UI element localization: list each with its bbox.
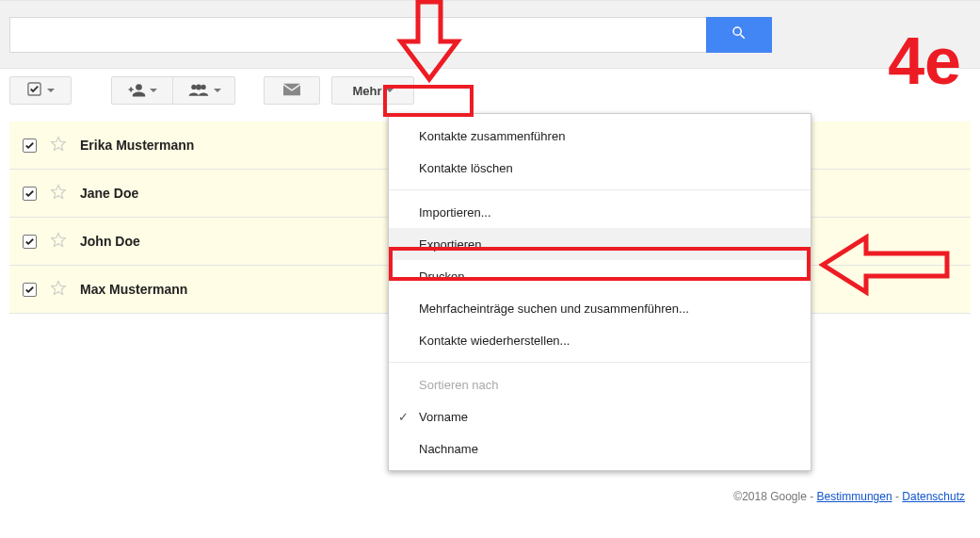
toolbar: Mehr	[0, 69, 980, 112]
menu-import[interactable]: Importieren...	[389, 196, 811, 228]
svg-point-1	[136, 84, 142, 90]
svg-point-2	[191, 84, 196, 89]
annotation-label-4e: 4e	[888, 24, 961, 99]
menu-delete-contacts[interactable]: Kontakte löschen	[389, 152, 811, 184]
menu-divider	[389, 362, 811, 363]
star-icon[interactable]	[50, 232, 67, 252]
menu-divider	[389, 189, 811, 190]
star-icon[interactable]	[50, 184, 67, 204]
menu-restore-contacts[interactable]: Kontakte wiederherstellen...	[389, 324, 811, 356]
search-icon	[731, 24, 747, 44]
select-all-button[interactable]	[9, 76, 72, 105]
caret-down-icon	[150, 89, 157, 92]
footer-privacy-link[interactable]: Datenschutz	[902, 490, 965, 503]
search-input[interactable]	[9, 17, 706, 53]
more-menu: Kontakte zusammenführen Kontakte löschen…	[388, 113, 811, 471]
row-checkbox[interactable]	[23, 139, 37, 153]
menu-export[interactable]: Exportieren...	[389, 228, 811, 260]
contact-name: John Doe	[80, 234, 140, 249]
row-checkbox[interactable]	[23, 235, 37, 249]
svg-point-4	[201, 84, 205, 89]
contact-name: Jane Doe	[80, 186, 138, 201]
email-button[interactable]	[264, 76, 320, 105]
annotation-arrow-down-icon	[396, 0, 462, 83]
footer-terms-link[interactable]: Bestimmungen	[817, 490, 892, 503]
search-box	[9, 17, 772, 53]
add-to-group-button[interactable]	[173, 76, 235, 105]
star-icon[interactable]	[50, 280, 67, 300]
menu-sort-firstname[interactable]: ✓ Vorname	[389, 400, 811, 432]
group-icon	[187, 83, 210, 99]
person-add-icon	[127, 82, 146, 100]
svg-point-3	[196, 84, 201, 90]
envelope-icon	[283, 83, 300, 99]
contact-name: Erika Mustermann	[80, 138, 194, 153]
menu-print[interactable]: Drucken...	[389, 260, 811, 292]
row-checkbox[interactable]	[23, 283, 37, 297]
menu-find-merge-duplicates[interactable]: Mehrfacheinträge suchen und zusammenführ…	[389, 292, 811, 324]
check-icon: ✓	[398, 410, 409, 424]
footer: ©2018 Google - Bestimmungen - Datenschut…	[733, 490, 965, 503]
search-button[interactable]	[706, 17, 772, 53]
search-area	[0, 0, 980, 69]
star-icon[interactable]	[50, 136, 67, 155]
contact-name: Max Mustermann	[80, 282, 187, 297]
row-checkbox[interactable]	[23, 187, 37, 201]
caret-down-icon	[386, 89, 394, 92]
footer-copyright: ©2018 Google	[733, 490, 807, 503]
annotation-arrow-left-icon	[819, 232, 951, 298]
more-button-label: Mehr	[352, 84, 381, 98]
caret-down-icon	[47, 89, 55, 92]
checkbox-checked-icon	[27, 82, 41, 99]
add-contact-button[interactable]	[111, 76, 173, 105]
caret-down-icon	[214, 89, 221, 92]
menu-sort-header: Sortieren nach	[389, 368, 811, 400]
menu-merge-contacts[interactable]: Kontakte zusammenführen	[389, 120, 811, 152]
menu-sort-lastname[interactable]: Nachname	[389, 432, 811, 465]
